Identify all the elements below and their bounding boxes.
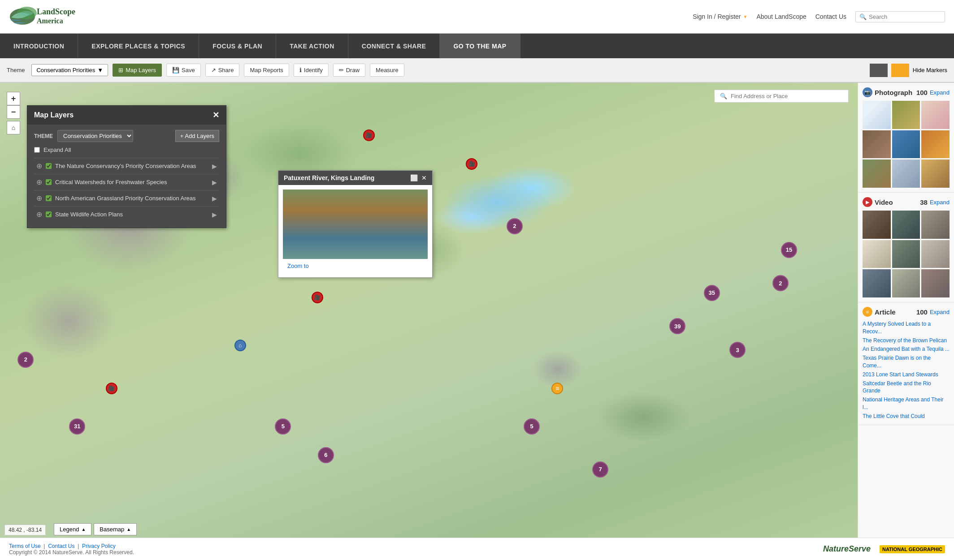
photo-thumb-5[interactable] [892, 130, 920, 159]
nav-item-explore[interactable]: EXPLORE PLACES & TOPICS [78, 34, 199, 58]
header-search-input[interactable] [869, 13, 941, 20]
zoom-to-link[interactable]: Zoom to [287, 263, 309, 269]
home-button[interactable]: ⌂ [7, 121, 20, 134]
article-item-3[interactable]: Texas Prairie Dawn is on the Come... [863, 354, 950, 370]
video-thumb-9[interactable] [921, 269, 950, 297]
photo-thumb-2[interactable] [892, 101, 920, 129]
map-marker-r3[interactable]: 🎥 [466, 158, 477, 170]
map-marker-c2[interactable]: 2 [507, 218, 523, 234]
drag-handle-icon[interactable]: ⊕ [36, 178, 42, 186]
measure-button[interactable]: Measure [370, 64, 404, 77]
video-thumb-6[interactable] [921, 240, 950, 268]
nav-item-goto[interactable]: GO TO THE MAP [440, 34, 520, 58]
video-expand[interactable]: Expand [930, 199, 950, 206]
save-button[interactable]: 💾 Save [166, 64, 201, 77]
map-marker-c12[interactable]: 7 [592, 461, 608, 478]
terms-link[interactable]: Terms of Use [9, 543, 41, 549]
video-thumb-2[interactable] [892, 211, 920, 239]
map-marker-c11[interactable]: 5 [524, 418, 540, 435]
photo-thumb-8[interactable] [892, 159, 920, 188]
privacy-link[interactable]: Privacy Policy [82, 543, 116, 549]
map-reports-button[interactable]: Map Reports [244, 64, 289, 77]
photograph-expand[interactable]: Expand [930, 89, 950, 96]
layer-checkbox-swap[interactable] [46, 211, 52, 217]
nav-item-focus[interactable]: FOCUS & PLAN [199, 34, 276, 58]
article-item-0[interactable]: A Mystery Solved Leads to a Recov... [863, 320, 950, 336]
nav-item-action[interactable]: TAKE ACTION [276, 34, 348, 58]
drag-handle-icon[interactable]: ⊕ [36, 210, 42, 219]
hide-markers-label[interactable]: Hide Markers [913, 67, 947, 73]
map-marker-o3[interactable]: ≡ [551, 383, 563, 394]
article-item-7[interactable]: The Little Cove that Could [863, 413, 950, 420]
map-container[interactable]: + − ⌂ 🔍 2215235393315657🎥🎥🎥🎥🎥≡≡≡⌂ Map La… [0, 83, 858, 560]
article-item-5[interactable]: Saltcedar Beetle and the Rio Grande [863, 380, 950, 395]
legend-button[interactable]: Legend ▲ [54, 523, 91, 535]
video-thumb-3[interactable] [921, 211, 950, 239]
video-thumb-4[interactable] [863, 240, 891, 268]
map-marker-r5[interactable]: 🎥 [106, 383, 117, 394]
map-marker-r2[interactable]: 🎥 [363, 129, 375, 141]
panel-theme-select[interactable]: Conservation Priorities [57, 130, 133, 142]
map-coords: 48.42 , -83.14 [4, 525, 46, 535]
photo-thumb-3[interactable] [921, 101, 950, 129]
video-thumb-8[interactable] [892, 269, 920, 297]
add-layers-button[interactable]: + Add Layers [175, 130, 219, 142]
layer-expand-icon[interactable]: ▶ [212, 163, 217, 170]
map-marker-c10[interactable]: 6 [318, 447, 334, 463]
layer-expand-icon[interactable]: ▶ [212, 211, 217, 218]
map-marker-c9[interactable]: 5 [275, 418, 291, 435]
nav-item-connect[interactable]: CONNECT & SHARE [348, 34, 440, 58]
layer-checkbox-cw[interactable] [46, 179, 52, 185]
article-item-6[interactable]: National Heritage Areas and Their l... [863, 396, 950, 411]
panel-close-button[interactable]: ✕ [212, 110, 219, 120]
popup-maximize-button[interactable]: ⬜ [410, 174, 418, 181]
layer-expand-icon[interactable]: ▶ [212, 179, 217, 186]
photo-thumb-1[interactable] [863, 101, 891, 129]
map-marker-c8[interactable]: 31 [69, 418, 85, 435]
map-marker-b1[interactable]: ⌂ [234, 340, 246, 351]
map-marker-c1[interactable]: 2 [17, 352, 34, 368]
zoom-in-button[interactable]: + [7, 92, 20, 105]
photo-thumb-7[interactable] [863, 159, 891, 188]
identify-button[interactable]: ℹ Identify [294, 64, 329, 77]
layer-checkbox-tnc[interactable] [46, 163, 52, 169]
expand-all-checkbox[interactable] [34, 147, 40, 153]
map-layers-button[interactable]: ⊞ Map Layers [113, 64, 162, 77]
map-search-input[interactable] [731, 93, 843, 99]
video-thumb-7[interactable] [863, 269, 891, 297]
drag-handle-icon[interactable]: ⊕ [36, 162, 42, 170]
map-marker-c7[interactable]: 3 [729, 342, 746, 358]
drag-handle-icon[interactable]: ⊕ [36, 194, 42, 202]
about-link[interactable]: About LandScope [756, 13, 806, 20]
map-search[interactable]: 🔍 [714, 90, 849, 103]
theme-select[interactable]: Conservation Priorities ▼ [31, 64, 108, 76]
photo-thumb-4[interactable] [863, 130, 891, 159]
article-item-4[interactable]: 2013 Lone Start Land Stewards [863, 371, 950, 379]
sign-in-area[interactable]: Sign In / Register ▼ [693, 13, 747, 20]
map-marker-r4[interactable]: 🎥 [312, 292, 323, 303]
sign-in-link[interactable]: Sign In / Register [693, 13, 741, 20]
map-marker-c3[interactable]: 15 [781, 242, 797, 258]
layer-checkbox-nagpca[interactable] [46, 195, 52, 201]
popup-close-button[interactable]: ✕ [421, 174, 427, 181]
article-item-1[interactable]: The Recovery of the Brown Pelican [863, 337, 950, 345]
video-thumb-5[interactable] [892, 240, 920, 268]
map-marker-c6[interactable]: 39 [669, 318, 685, 334]
photo-thumb-9[interactable] [921, 159, 950, 188]
contact-link[interactable]: Contact Us [815, 13, 846, 20]
article-expand[interactable]: Expand [930, 309, 950, 315]
article-item-2[interactable]: An Endangered Bat with a Tequila ... [863, 345, 950, 353]
map-marker-c5[interactable]: 35 [704, 285, 720, 301]
nav-item-introduction[interactable]: INTRODUCTION [0, 34, 78, 58]
layer-item-cw: ⊕ Critical Watersheds for Freshwater Spe… [34, 174, 219, 190]
map-marker-c4[interactable]: 2 [772, 275, 789, 291]
photo-thumb-6[interactable] [921, 130, 950, 159]
share-button[interactable]: ↗ Share [205, 64, 240, 77]
layer-expand-icon[interactable]: ▶ [212, 195, 217, 202]
header-search-box[interactable]: 🔍 [855, 11, 945, 22]
video-thumb-1[interactable] [863, 211, 891, 239]
draw-button[interactable]: ✏ Draw [333, 64, 365, 77]
basemap-button[interactable]: Basemap ▲ [94, 523, 137, 535]
zoom-out-button[interactable]: − [7, 105, 20, 119]
footer-contact-link[interactable]: Contact Us [48, 543, 74, 549]
